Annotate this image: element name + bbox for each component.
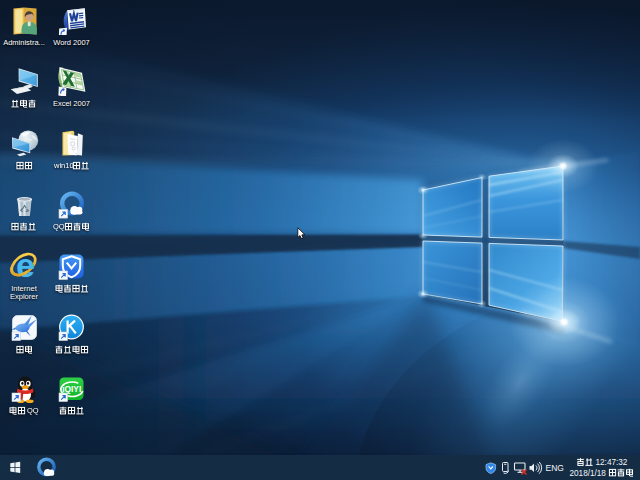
svg-text:2018/1/18: 2018/1/18 [570, 469, 607, 478]
svg-text:QQ: QQ [27, 406, 39, 415]
svg-text:e: e [16, 252, 35, 281]
svg-text:ENG: ENG [546, 463, 564, 473]
svg-text:12:47:32: 12:47:32 [596, 458, 628, 467]
svg-text:QQ: QQ [53, 222, 65, 231]
svg-text:iQIYI: iQIYI [62, 384, 81, 394]
svg-text:win10: win10 [54, 161, 74, 170]
